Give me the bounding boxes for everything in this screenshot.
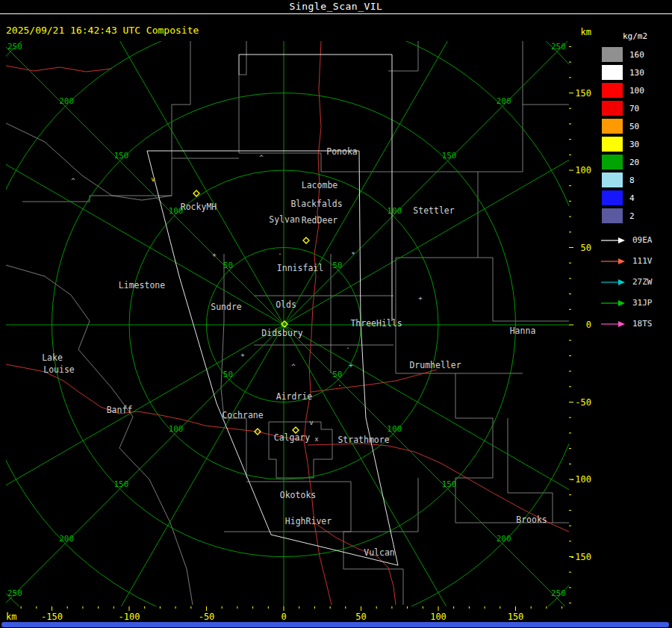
legend-value: 8 — [629, 175, 635, 185]
town-marker: + — [240, 351, 245, 358]
town-marker: v — [309, 419, 313, 426]
city-label: Cochrane — [222, 410, 263, 420]
ring-label: 150 — [113, 151, 128, 161]
x-axis-label: 0 — [281, 612, 286, 622]
ring-label: 250 — [551, 42, 566, 52]
city-label: Ponoka — [326, 146, 358, 157]
city-label: RedDeer — [302, 215, 338, 226]
ring-label: 200 — [59, 96, 74, 106]
station-row: 09EA — [600, 235, 672, 245]
station-row: 111V — [600, 256, 672, 266]
city-label: Banff — [107, 405, 133, 415]
city-label: Drumheller — [409, 360, 461, 370]
city-label: Hanna — [510, 326, 536, 336]
x-axis-label: -50 — [199, 612, 215, 622]
legend-value: 130 — [629, 68, 644, 78]
legend-entry: 4 — [602, 190, 672, 205]
ring-label: 50 — [223, 370, 233, 379]
legend-entry: 70 — [602, 101, 672, 116]
y-axis-label: -100 — [570, 474, 591, 485]
station-row: 18TS — [600, 319, 672, 329]
y-axis-label: 100 — [575, 165, 591, 175]
legend-swatch — [602, 137, 623, 152]
city-label: Limestone — [119, 280, 165, 290]
axis-unit-bottom: km — [6, 612, 16, 622]
city-label: Louise — [43, 364, 75, 375]
station-arrow-icon — [600, 299, 626, 307]
y-axis-label: 150 — [575, 88, 591, 99]
legend-swatch — [602, 208, 623, 223]
station-row: 31JP — [600, 298, 672, 308]
legend-panel: kg/m2 16013010070503020842 09EA111V27ZW3… — [597, 31, 672, 340]
legend-entry: 130 — [602, 65, 672, 80]
radar-map[interactable]: 5010015020025050100150200250501001502002… — [0, 0, 672, 628]
station-id: 111V — [632, 256, 653, 266]
ring-label: 200 — [497, 534, 511, 544]
radar-site-marker — [303, 237, 309, 243]
city-label: Didsbury — [261, 328, 302, 338]
station-id: 27ZW — [632, 277, 653, 287]
x-axis-label: 150 — [508, 612, 524, 622]
legend-value: 160 — [629, 50, 644, 60]
range-grid — [0, 0, 672, 628]
legend-entry: 160 — [602, 47, 672, 62]
legend-swatch — [602, 47, 623, 62]
town-marker: * — [351, 251, 355, 258]
city-label: RockyMH — [181, 202, 217, 212]
town-marker: ^ — [71, 177, 75, 184]
legend-entry: 8 — [602, 172, 672, 187]
city-label: HighRiver — [285, 516, 332, 526]
legend-swatch — [602, 190, 623, 205]
legend-entry: 50 — [602, 119, 672, 134]
ring-label: 50 — [223, 261, 233, 270]
scan-outline — [147, 55, 398, 565]
station-arrow-icon — [600, 237, 626, 244]
city-label: Airdrie — [276, 391, 313, 402]
town-marker: ^ — [291, 363, 296, 370]
city-label: Stettler — [413, 205, 454, 216]
city-label: Lake — [42, 352, 63, 363]
town-marker: + — [349, 361, 353, 369]
city-label: Sundre — [211, 302, 242, 312]
station-row: 27ZW — [600, 277, 672, 287]
city-label: Okotoks — [280, 490, 316, 500]
ring-label: 250 — [551, 588, 566, 598]
ring-label: 100 — [387, 206, 402, 216]
legend-entry: 100 — [602, 83, 672, 98]
legend-entry: 30 — [602, 137, 672, 152]
ring-label: 100 — [387, 424, 402, 434]
town-marker: ^ — [259, 154, 264, 161]
bottom-scrollbar[interactable] — [1, 622, 669, 627]
ring-label: 150 — [442, 151, 457, 161]
city-label: ThreeHills — [350, 318, 402, 329]
station-id: 31JP — [632, 298, 653, 308]
legend-title: kg/m2 — [623, 31, 672, 41]
ring-label: 150 — [113, 479, 128, 489]
town-marker: x — [314, 435, 319, 443]
city-label: Sylvan — [269, 214, 300, 225]
x-axis-label: -150 — [41, 612, 63, 622]
ring-label: 100 — [169, 424, 184, 434]
ring-label: 200 — [59, 534, 74, 544]
city-label: Calgary — [274, 432, 311, 443]
town-marker: + — [418, 294, 423, 302]
city-label: Vulcan — [364, 547, 395, 558]
x-axis-label: 50 — [355, 612, 366, 622]
city-label: Lacombe — [302, 180, 338, 190]
station-id: 18TS — [632, 319, 653, 329]
city-label: Innisfail — [277, 263, 323, 273]
legend-entries: 16013010070503020842 — [597, 47, 672, 223]
legend-value: 30 — [629, 140, 639, 149]
ring-label: 50 — [332, 370, 342, 379]
y-axis-label: -50 — [575, 397, 591, 408]
y-axis-label: -150 — [570, 552, 591, 562]
station-arrow-icon — [600, 258, 626, 265]
legend-value: 50 — [629, 122, 639, 131]
legend-value: 20 — [629, 158, 639, 167]
legend-swatch — [602, 101, 623, 116]
y-axis-label: 50 — [581, 243, 591, 253]
town-marker: . — [278, 249, 281, 256]
ring-label: 200 — [497, 96, 511, 106]
station-arrow-icon — [600, 279, 626, 286]
city-labels: PonokaLacombeBlackfaldsSylvanRedDeerStet… — [42, 146, 547, 558]
